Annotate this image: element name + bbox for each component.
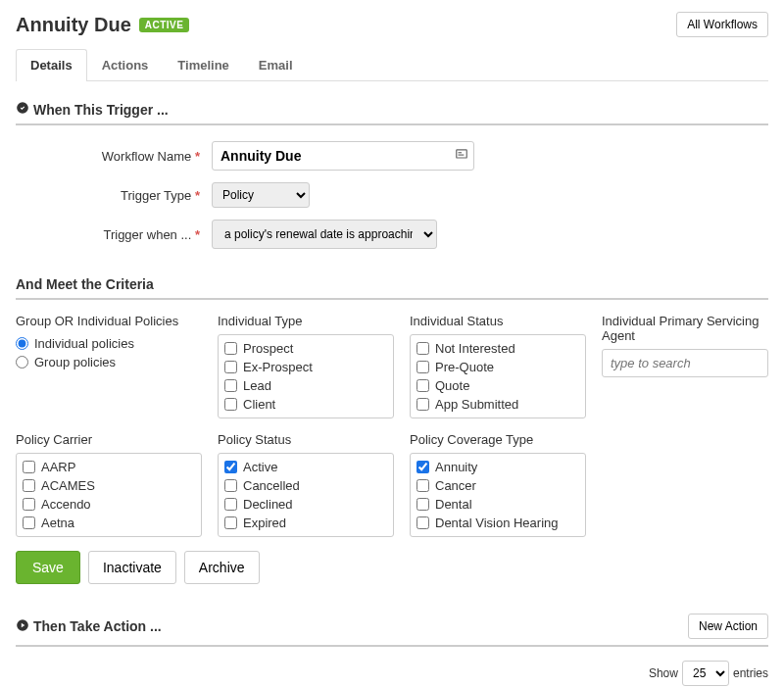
trigger-section-label: When This Trigger ... bbox=[33, 102, 169, 118]
group-individual-label: Group OR Individual Policies bbox=[16, 314, 202, 328]
list-item[interactable]: Cancer bbox=[416, 476, 579, 495]
list-item[interactable]: Prospect bbox=[224, 339, 387, 358]
entries-label: entries bbox=[733, 666, 768, 680]
list-item[interactable]: Not Interested bbox=[416, 339, 579, 358]
trigger-section-title: When This Trigger ... bbox=[16, 101, 768, 125]
trigger-when-label: Trigger when ... * bbox=[16, 227, 212, 242]
list-item[interactable]: ACAMES bbox=[23, 476, 195, 495]
list-item[interactable]: Declined bbox=[224, 495, 387, 514]
trigger-type-select[interactable]: Policy bbox=[212, 182, 310, 208]
list-item[interactable]: Pre-Quote bbox=[416, 358, 579, 376]
all-workflows-button[interactable]: All Workflows bbox=[676, 12, 768, 37]
workflow-name-label: Workflow Name * bbox=[16, 149, 212, 164]
trigger-when-select[interactable]: a policy's renewal date is approaching bbox=[212, 220, 437, 249]
required-marker: * bbox=[195, 149, 200, 164]
play-circle-icon bbox=[16, 618, 29, 635]
policy-coverage-listbox[interactable]: Annuity Cancer Dental Dental Vision Hear… bbox=[410, 453, 586, 537]
individual-type-listbox[interactable]: Prospect Ex-Prospect Lead Client bbox=[218, 334, 394, 418]
radio-individual-policies[interactable]: Individual policies bbox=[16, 334, 202, 353]
policy-carrier-listbox[interactable]: AARP ACAMES Accendo Aetna bbox=[16, 453, 202, 537]
tab-timeline[interactable]: Timeline bbox=[163, 49, 244, 80]
new-action-button[interactable]: New Action bbox=[688, 614, 768, 639]
required-marker: * bbox=[195, 227, 200, 242]
list-item[interactable]: Active bbox=[224, 458, 387, 476]
then-section-title: Then Take Action ... bbox=[16, 618, 162, 635]
list-item[interactable]: Dental Vision Hearing bbox=[416, 514, 579, 532]
inactivate-button[interactable]: Inactivate bbox=[88, 551, 176, 584]
page-size-select[interactable]: 25 bbox=[682, 661, 729, 686]
list-item[interactable]: Aetna bbox=[23, 514, 195, 532]
servicing-agent-label: Individual Primary Servicing Agent bbox=[602, 314, 768, 343]
check-circle-icon bbox=[16, 101, 29, 118]
criteria-section-title: And Meet the Criteria bbox=[16, 276, 768, 300]
archive-button[interactable]: Archive bbox=[184, 551, 260, 584]
list-item[interactable]: Annuity bbox=[416, 458, 579, 476]
workflow-name-icon bbox=[455, 148, 468, 165]
show-label: Show bbox=[649, 666, 678, 680]
radio-group-policies[interactable]: Group policies bbox=[16, 353, 202, 371]
list-item[interactable]: Ex-Prospect bbox=[224, 358, 387, 376]
tab-details[interactable]: Details bbox=[16, 49, 87, 81]
policy-coverage-label: Policy Coverage Type bbox=[410, 432, 586, 447]
policy-status-label: Policy Status bbox=[218, 432, 394, 447]
individual-type-label: Individual Type bbox=[218, 314, 394, 328]
policy-carrier-label: Policy Carrier bbox=[16, 432, 202, 447]
list-item[interactable]: App Submitted bbox=[416, 395, 579, 414]
svg-rect-1 bbox=[457, 150, 467, 158]
trigger-type-label: Trigger Type * bbox=[16, 188, 212, 203]
workflow-title-text: Annuity Due bbox=[16, 14, 131, 36]
list-item[interactable]: Quote bbox=[416, 376, 579, 395]
tab-email[interactable]: Email bbox=[244, 49, 308, 80]
individual-status-listbox[interactable]: Not Interested Pre-Quote Quote App Submi… bbox=[410, 334, 586, 418]
page-title: Annuity Due ACTIVE bbox=[16, 14, 189, 36]
list-item[interactable]: Expired bbox=[224, 514, 387, 532]
individual-status-label: Individual Status bbox=[410, 314, 586, 328]
workflow-name-input[interactable] bbox=[212, 141, 474, 171]
policy-status-listbox[interactable]: Active Cancelled Declined Expired bbox=[218, 453, 394, 537]
list-item[interactable]: Lead bbox=[224, 376, 387, 395]
list-item[interactable]: Cancelled bbox=[224, 476, 387, 495]
list-item[interactable]: Dental bbox=[416, 495, 579, 514]
svg-rect-3 bbox=[459, 155, 465, 156]
tabs: Details Actions Timeline Email bbox=[16, 49, 768, 81]
servicing-agent-search[interactable] bbox=[602, 349, 768, 377]
required-marker: * bbox=[195, 188, 200, 203]
save-button[interactable]: Save bbox=[16, 551, 80, 584]
list-item[interactable]: Client bbox=[224, 395, 387, 414]
then-section-label: Then Take Action ... bbox=[33, 618, 162, 634]
svg-rect-2 bbox=[459, 152, 463, 153]
tab-actions[interactable]: Actions bbox=[87, 49, 164, 80]
status-badge: ACTIVE bbox=[139, 18, 190, 32]
list-item[interactable]: Accendo bbox=[23, 495, 195, 514]
list-item[interactable]: AARP bbox=[23, 458, 195, 476]
